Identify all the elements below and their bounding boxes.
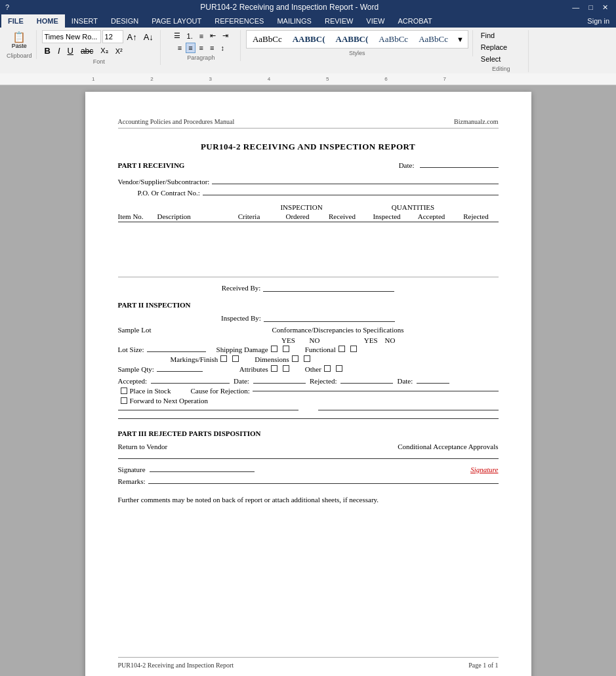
part2-lines-row1	[118, 410, 499, 410]
styles-expand-btn[interactable]: ▼	[454, 34, 466, 45]
return-vendor-label: Return to Vendor	[118, 443, 168, 450]
remarks-label: Remarks:	[118, 477, 146, 485]
superscript-btn[interactable]: X²	[113, 46, 125, 56]
markings-yes-checkbox[interactable]	[220, 355, 227, 362]
style-heading3[interactable]: AaBbCc	[374, 32, 413, 47]
sample-qty-line[interactable]	[157, 371, 203, 372]
font-size-input[interactable]	[102, 30, 123, 43]
signature-line1[interactable]	[150, 471, 255, 472]
part1-label: PART I RECEIVING	[118, 161, 399, 169]
bullets-btn[interactable]: ☰	[171, 30, 183, 41]
find-btn[interactable]: Find	[478, 30, 524, 41]
bold-btn[interactable]: B	[42, 45, 53, 57]
rejected-line[interactable]	[340, 383, 393, 384]
align-left-btn[interactable]: ≡	[175, 43, 184, 53]
subscript-btn[interactable]: X₂	[98, 45, 110, 56]
close-btn[interactable]: ✕	[600, 3, 611, 12]
replace-btn[interactable]: Replace	[478, 42, 524, 52]
markings-no-checkbox[interactable]	[232, 355, 239, 362]
cause-line[interactable]	[253, 391, 499, 391]
accepted-line[interactable]	[151, 383, 230, 384]
functional-yes-checkbox[interactable]	[339, 346, 345, 352]
style-normal[interactable]: AaBbCc	[248, 32, 287, 47]
align-right-btn[interactable]: ≡	[197, 43, 206, 53]
part2-line1[interactable]	[118, 410, 298, 410]
received-by-row: Received By:	[118, 284, 499, 292]
shipping-damage-no-checkbox[interactable]	[283, 346, 289, 352]
document-title: PUR104-2 RECEIVING AND INSPECTION REPORT	[118, 142, 499, 152]
multilevel-btn[interactable]: ≡	[197, 30, 206, 41]
clipboard-group: 📋 Paste Clipboard	[3, 30, 37, 59]
tab-view[interactable]: VIEW	[359, 14, 391, 28]
file-tab[interactable]: FILE	[1, 14, 30, 28]
inspected-by-line[interactable]	[264, 314, 395, 322]
shipping-damage-yes-checkbox[interactable]	[271, 346, 277, 352]
maximize-btn[interactable]: □	[586, 3, 596, 12]
shipping-damage-label: Shipping Damage	[216, 346, 268, 353]
markings-label: Markings/Finish	[171, 355, 218, 363]
inspected-by-row: Inspected By:	[118, 314, 499, 322]
date-label2: Date:	[397, 377, 413, 385]
font-name-input[interactable]	[42, 30, 101, 43]
tab-mailings[interactable]: MAILINGS	[270, 14, 318, 28]
part1-section: PART I RECEIVING Date: Vendor/Supplier/S…	[118, 161, 499, 292]
align-center-btn[interactable]: ≡	[186, 43, 195, 53]
paste-button[interactable]: 📋 Paste	[9, 30, 30, 51]
style-heading2[interactable]: AABBC(	[331, 32, 373, 47]
part3-top-line[interactable]	[118, 458, 499, 459]
justify-btn[interactable]: ≡	[207, 43, 216, 53]
forward-label: Forward to Next Operation	[130, 397, 208, 405]
po-row: P.O. Or Contract No.:	[118, 189, 499, 197]
select-btn[interactable]: Select	[478, 54, 524, 64]
attributes-no-checkbox[interactable]	[283, 365, 289, 372]
decrease-indent-btn[interactable]: ⇤	[207, 30, 218, 41]
window-title: PUR104-2 Receiving and Inspection Report…	[9, 3, 569, 12]
other-no-checkbox[interactable]	[336, 365, 342, 372]
table-data-area[interactable]	[118, 225, 499, 277]
shrink-font-btn[interactable]: A↓	[141, 31, 156, 43]
place-in-stock-row: Place in Stock Cause for Rejection:	[118, 387, 499, 395]
forward-checkbox[interactable]	[121, 397, 127, 404]
forward-row: Forward to Next Operation	[118, 397, 499, 405]
grow-font-btn[interactable]: A↑	[125, 31, 140, 43]
other-yes-checkbox[interactable]	[324, 365, 331, 372]
no-label: NO	[302, 336, 328, 344]
tab-design[interactable]: DESIGN	[104, 14, 145, 28]
part3-label: PART III REJECTED PARTS DISPOSITION	[118, 429, 499, 437]
tab-acrobat[interactable]: ACROBAT	[391, 14, 438, 28]
po-line[interactable]	[203, 195, 499, 195]
received-by-line[interactable]	[263, 284, 394, 292]
remarks-line[interactable]	[148, 483, 499, 484]
part3-section: PART III REJECTED PARTS DISPOSITION Retu…	[118, 429, 499, 504]
cause-label: Cause for Rejection:	[190, 387, 249, 395]
lot-size-line[interactable]	[147, 351, 206, 352]
part2-bottom-line[interactable]	[118, 418, 499, 419]
tab-page-layout[interactable]: PAGE LAYOUT	[145, 14, 208, 28]
accepted-date-line[interactable]	[253, 383, 306, 384]
part2-line2[interactable]	[318, 410, 499, 410]
underline-btn[interactable]: U	[65, 45, 76, 57]
page-header: Accounting Policies and Procedures Manua…	[118, 118, 499, 129]
place-stock-checkbox[interactable]	[121, 388, 127, 394]
date-line[interactable]	[420, 167, 499, 168]
attributes-yes-checkbox[interactable]	[271, 365, 277, 372]
po-label: P.O. Or Contract No.:	[138, 189, 200, 197]
tab-home[interactable]: HOME	[30, 14, 65, 28]
numbering-btn[interactable]: 1.	[184, 30, 195, 41]
dimensions-no-checkbox[interactable]	[304, 355, 310, 362]
style-heading1[interactable]: AABBC(	[288, 32, 330, 47]
vendor-line[interactable]	[212, 184, 498, 184]
italic-btn[interactable]: I	[55, 45, 63, 57]
increase-indent-btn[interactable]: ⇥	[220, 30, 231, 41]
tab-insert[interactable]: INSERT	[65, 14, 104, 28]
minimize-btn[interactable]: —	[569, 3, 582, 12]
style-heading4[interactable]: AaBbCc	[414, 32, 453, 47]
tab-review[interactable]: REVIEW	[318, 14, 359, 28]
strikethrough-btn[interactable]: abc	[78, 45, 96, 57]
rejected-date-line[interactable]	[417, 383, 449, 384]
line-spacing-btn[interactable]: ↕	[218, 43, 227, 53]
tab-references[interactable]: REFERENCES	[208, 14, 270, 28]
sign-in-link[interactable]: Sign in	[581, 14, 616, 28]
dimensions-yes-checkbox[interactable]	[292, 355, 298, 362]
functional-no-checkbox[interactable]	[350, 346, 357, 352]
